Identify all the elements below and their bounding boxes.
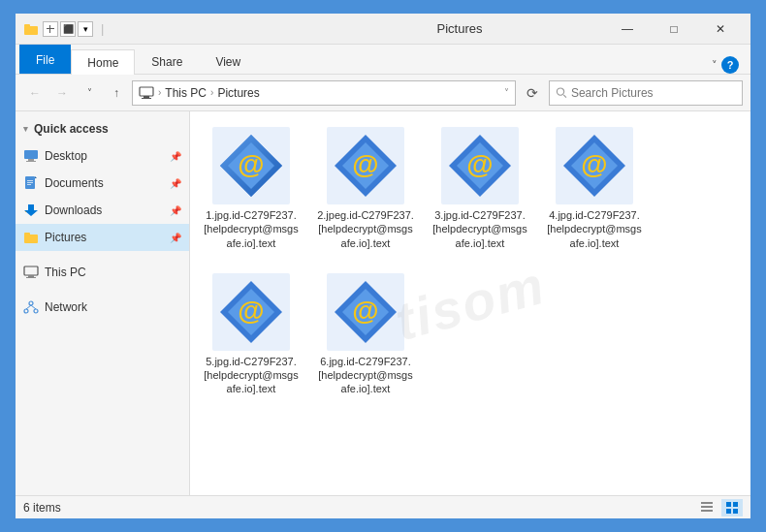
file-item-4[interactable]: @ 5.jpg.id-C279F237.[helpdecrypt@msgsafe… bbox=[198, 266, 304, 404]
ribbon-expand-arrow[interactable]: ˅ bbox=[712, 59, 718, 72]
search-box bbox=[549, 80, 743, 106]
svg-point-26 bbox=[34, 309, 38, 313]
svg-rect-19 bbox=[24, 235, 38, 243]
file-thumb-1: @ bbox=[327, 127, 404, 204]
sidebar-item-desktop[interactable]: Desktop 📌 bbox=[16, 142, 189, 170]
maximize-button[interactable]: □ bbox=[652, 14, 696, 45]
search-input[interactable] bbox=[571, 86, 736, 100]
tab-file[interactable]: File bbox=[19, 45, 71, 74]
sidebar-item-network[interactable]: Network bbox=[16, 294, 189, 321]
explorer-window: ⬛ ▾ | Pictures — □ ✕ File Home Share Vie… bbox=[14, 12, 752, 520]
file-name-0: 1.jpg.id-C279F237.[helpdecrypt@msgsafe.i… bbox=[202, 208, 301, 250]
pin-icon-documents: 📌 bbox=[170, 178, 181, 189]
svg-rect-6 bbox=[142, 98, 151, 99]
path-this-pc[interactable]: This PC bbox=[165, 86, 207, 100]
svg-rect-9 bbox=[24, 150, 38, 159]
file-thumb-2: @ bbox=[441, 127, 519, 204]
file-item-2[interactable]: @ 3.jpg.id-C279F237.[helpdecrypt@msgsafe… bbox=[427, 119, 533, 258]
svg-line-8 bbox=[563, 95, 566, 98]
ransomware-icon-1: @ bbox=[331, 131, 400, 201]
quick-access-header[interactable]: ▾ Quick access bbox=[16, 115, 189, 142]
sidebar-item-downloads[interactable]: Downloads 📌 bbox=[16, 197, 189, 224]
window-controls: — □ ✕ bbox=[605, 14, 743, 45]
sidebar-item-label: Desktop bbox=[45, 149, 87, 163]
window-title: Pictures bbox=[314, 21, 605, 36]
ransomware-icon-3: @ bbox=[559, 131, 629, 201]
up-button[interactable]: ↑ bbox=[105, 81, 128, 105]
back-button[interactable]: ← bbox=[23, 81, 47, 105]
svg-rect-3 bbox=[49, 25, 50, 33]
ribbon-expand: ˅ ? bbox=[704, 56, 747, 74]
address-path[interactable]: › This PC › Pictures ˅ bbox=[132, 80, 516, 106]
svg-line-27 bbox=[26, 305, 31, 309]
nav-dropdown-button[interactable]: ˅ bbox=[78, 81, 101, 105]
file-thumb-5: @ bbox=[327, 273, 404, 351]
forward-button[interactable]: → bbox=[50, 81, 74, 105]
title-bar-separator: | bbox=[101, 21, 104, 36]
file-item-3[interactable]: @ 4.jpg.id-C279F237.[helpdecrypt@msgsafe… bbox=[541, 119, 648, 258]
file-item-5[interactable]: @ 6.jpg.id-C279F237.[helpdecrypt@msgsafe… bbox=[312, 266, 419, 404]
svg-rect-0 bbox=[24, 26, 38, 35]
desktop-icon bbox=[23, 148, 39, 164]
title-bar-left: ⬛ ▾ | bbox=[23, 21, 314, 37]
quick-access-btn-2[interactable]: ⬛ bbox=[60, 21, 76, 37]
status-bar: 6 items bbox=[16, 495, 750, 518]
svg-point-7 bbox=[557, 88, 563, 95]
svg-text:@: @ bbox=[238, 149, 264, 179]
sidebar-item-label: Downloads bbox=[45, 203, 102, 217]
tab-home[interactable]: Home bbox=[71, 49, 135, 75]
path-dropdown-arrow[interactable]: ˅ bbox=[504, 87, 509, 98]
svg-rect-48 bbox=[701, 502, 713, 504]
sidebar-item-this-pc[interactable]: This PC bbox=[16, 259, 189, 286]
file-name-4: 5.jpg.id-C279F237.[helpdecrypt@msgsafe.i… bbox=[202, 355, 301, 396]
svg-marker-18 bbox=[24, 204, 38, 216]
svg-rect-49 bbox=[701, 506, 713, 508]
svg-marker-13 bbox=[35, 176, 37, 178]
path-computer-icon bbox=[139, 86, 154, 100]
quick-access-expand-icon: ▾ bbox=[23, 124, 28, 134]
sidebar-item-label: Network bbox=[45, 300, 87, 314]
file-name-5: 6.jpg.id-C279F237.[helpdecrypt@msgsafe.i… bbox=[316, 355, 415, 396]
refresh-button[interactable]: ⟳ bbox=[520, 80, 545, 106]
quick-access-btn-1[interactable] bbox=[43, 21, 58, 37]
tab-view[interactable]: View bbox=[199, 48, 257, 74]
quick-access-dropdown[interactable]: ▾ bbox=[78, 21, 93, 37]
path-separator-1: › bbox=[158, 87, 161, 98]
details-view-button[interactable] bbox=[696, 499, 718, 516]
pictures-folder-icon bbox=[23, 230, 39, 245]
help-button[interactable]: ? bbox=[721, 56, 739, 74]
svg-rect-21 bbox=[24, 266, 38, 275]
sidebar-item-pictures[interactable]: Pictures 📌 bbox=[16, 224, 189, 251]
sidebar-item-label: Documents bbox=[45, 176, 104, 190]
search-icon bbox=[556, 86, 567, 99]
large-icons-view-button[interactable] bbox=[721, 499, 743, 516]
sidebar-spacer-1 bbox=[16, 251, 189, 259]
svg-rect-51 bbox=[726, 502, 731, 507]
pin-icon-pictures: 📌 bbox=[170, 233, 181, 243]
svg-point-25 bbox=[24, 309, 28, 313]
svg-rect-10 bbox=[28, 159, 34, 161]
svg-rect-14 bbox=[27, 180, 33, 181]
ransomware-icon-4: @ bbox=[216, 277, 286, 347]
minimize-button[interactable]: — bbox=[605, 14, 650, 45]
sidebar-item-documents[interactable]: Documents 📌 bbox=[16, 170, 189, 197]
svg-rect-53 bbox=[726, 509, 731, 514]
close-button[interactable]: ✕ bbox=[698, 14, 743, 45]
network-icon bbox=[23, 299, 39, 315]
file-thumb-3: @ bbox=[556, 127, 633, 204]
this-pc-icon bbox=[23, 265, 39, 280]
tab-share[interactable]: Share bbox=[135, 48, 199, 74]
svg-rect-20 bbox=[24, 233, 30, 235]
svg-rect-4 bbox=[140, 87, 153, 96]
downloads-icon bbox=[23, 203, 39, 218]
file-item-0[interactable]: @ 1.jpg.id-C279F237.[helpdecrypt@msgsafe… bbox=[198, 119, 304, 258]
main-content: ▾ Quick access Desktop 📌 bbox=[16, 111, 750, 495]
sidebar-item-label: Pictures bbox=[45, 231, 86, 244]
svg-rect-52 bbox=[733, 502, 738, 507]
path-pictures[interactable]: Pictures bbox=[217, 86, 259, 100]
svg-rect-23 bbox=[26, 277, 36, 278]
ribbon-tabs: File Home Share View ˅ ? bbox=[16, 45, 750, 74]
file-item-1[interactable]: @ 2.jpeg.id-C279F237.[helpdecrypt@msgsaf… bbox=[312, 119, 419, 258]
pin-icon-desktop: 📌 bbox=[170, 151, 181, 162]
svg-text:@: @ bbox=[581, 149, 607, 179]
